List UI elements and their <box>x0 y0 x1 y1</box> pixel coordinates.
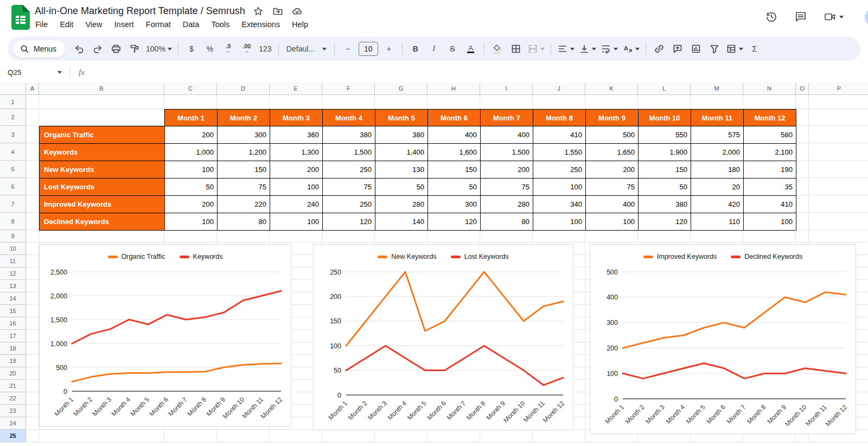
table-cell[interactable]: 100 <box>744 213 796 231</box>
table-cell[interactable]: 80 <box>218 213 270 231</box>
grid-cell-M9[interactable] <box>691 230 743 243</box>
grid-cell-J1[interactable] <box>533 95 585 109</box>
grid-cell-G25[interactable] <box>375 430 427 442</box>
row-header-6[interactable]: 6 <box>0 178 26 195</box>
table-cell[interactable]: 300 <box>218 126 270 144</box>
table-cell[interactable]: 1,500 <box>481 144 533 161</box>
column-header-P[interactable]: P <box>809 82 868 95</box>
insert-link-button[interactable] <box>650 41 668 56</box>
grid-cell-A9[interactable] <box>26 230 39 243</box>
grid-cell-C25[interactable] <box>164 430 217 442</box>
grid-cell-G9[interactable] <box>375 230 427 243</box>
grid-cell-A16[interactable] <box>26 317 39 330</box>
table-cell[interactable]: 380 <box>639 196 691 213</box>
table-cell[interactable]: 1,400 <box>375 144 428 161</box>
grid-cell-A6[interactable] <box>26 178 39 195</box>
document-title[interactable]: All-in-One Marketing Report Template / S… <box>35 5 245 17</box>
row-header-1[interactable]: 1 <box>0 95 26 109</box>
font-size-button[interactable]: 10 <box>359 42 378 56</box>
grid-cell-O8[interactable] <box>796 213 809 230</box>
zoom-button[interactable]: 100% <box>144 41 174 56</box>
grid-cell-J9[interactable] <box>533 230 585 243</box>
row-header-25[interactable]: 25 <box>0 430 26 442</box>
table-cell[interactable]: 300 <box>428 196 481 213</box>
table-cell[interactable]: 100 <box>586 213 639 231</box>
functions-button[interactable]: Σ <box>746 41 763 56</box>
table-cell[interactable]: 75 <box>323 179 375 196</box>
table-cell[interactable]: 200 <box>270 161 323 179</box>
format-currency-button[interactable]: $ <box>183 41 200 56</box>
grid-cell-B25[interactable] <box>39 430 164 442</box>
grid-cell-D1[interactable] <box>217 95 270 109</box>
column-header-M[interactable]: M <box>691 82 743 95</box>
table-month-header[interactable]: Month 4 <box>323 110 375 126</box>
grid-cell-N9[interactable] <box>743 230 796 243</box>
grid-cell-H1[interactable] <box>427 95 480 109</box>
name-box[interactable]: Q25 <box>0 68 66 77</box>
grid-cell-A3[interactable] <box>26 126 39 143</box>
grid-cell-L1[interactable] <box>638 95 691 109</box>
table-cell[interactable]: 410 <box>744 196 796 213</box>
select-all-corner[interactable] <box>0 82 26 95</box>
table-cell[interactable]: 100 <box>270 213 323 231</box>
table-row-label[interactable]: New Keywords <box>40 161 165 179</box>
row-header-19[interactable]: 19 <box>0 355 26 367</box>
table-cell[interactable]: 220 <box>218 196 270 213</box>
row-header-21[interactable]: 21 <box>0 380 26 392</box>
row-header-9[interactable]: 9 <box>0 230 26 243</box>
format-percent-button[interactable]: % <box>201 41 219 56</box>
table-cell[interactable]: 110 <box>691 213 744 231</box>
table-cell[interactable]: 150 <box>639 161 691 179</box>
grid-cell-A2[interactable] <box>26 109 39 126</box>
chart-improved-declined-keywords[interactable]: Improved KeywordsDeclined Keywords010020… <box>590 244 856 434</box>
table-cell[interactable]: 2,000 <box>691 144 744 161</box>
cloud-check-icon[interactable] <box>292 6 303 17</box>
table-cell[interactable]: 180 <box>691 161 744 179</box>
column-header-N[interactable]: N <box>743 82 796 95</box>
grid-cell-C9[interactable] <box>164 230 217 243</box>
strikethrough-button[interactable]: S <box>444 41 461 56</box>
table-cell[interactable]: 150 <box>428 161 481 179</box>
table-cell[interactable]: 280 <box>375 196 428 213</box>
grid-cell-O6[interactable] <box>796 178 809 195</box>
table-cell[interactable]: 400 <box>586 196 639 213</box>
menus-search[interactable]: Menus <box>13 40 65 58</box>
table-cell[interactable]: 50 <box>165 179 218 196</box>
table-cell[interactable]: 50 <box>639 179 691 196</box>
table-cell[interactable]: 250 <box>323 161 375 179</box>
table-month-header[interactable]: Month 1 <box>165 110 218 126</box>
table-cell[interactable]: 120 <box>323 213 375 231</box>
row-header-10[interactable]: 10 <box>0 243 26 255</box>
grid-cell-M1[interactable] <box>691 95 743 109</box>
grid-cell-A12[interactable] <box>26 267 39 280</box>
decrease-font-size-button[interactable]: − <box>339 41 356 56</box>
row-header-12[interactable]: 12 <box>0 267 26 280</box>
table-row-label[interactable]: Lost Keywords <box>40 179 165 196</box>
table-row-label[interactable]: Organic Traffic <box>40 126 165 144</box>
grid-cell-A1[interactable] <box>26 95 39 109</box>
grid-cell-A11[interactable] <box>26 255 39 267</box>
table-cell[interactable]: 1,500 <box>323 144 375 161</box>
column-header-B[interactable]: B <box>39 82 164 95</box>
row-header-8[interactable]: 8 <box>0 213 26 230</box>
text-color-button[interactable]: A <box>462 41 480 56</box>
table-cell[interactable]: 75 <box>481 179 533 196</box>
grid-cell-G1[interactable] <box>375 95 427 109</box>
table-cell[interactable]: 575 <box>691 126 744 144</box>
grid-cell-A13[interactable] <box>26 280 39 292</box>
grid-cell-P1[interactable] <box>809 95 868 109</box>
table-cell[interactable]: 20 <box>691 179 744 196</box>
column-header-H[interactable]: H <box>427 82 480 95</box>
print-button[interactable] <box>107 41 125 56</box>
column-header-C[interactable]: C <box>164 82 217 95</box>
grid-cell-H9[interactable] <box>427 230 480 243</box>
row-header-11[interactable]: 11 <box>0 255 26 267</box>
grid-cell-F9[interactable] <box>322 230 375 243</box>
avatar[interactable] <box>865 9 868 26</box>
grid-cell-A5[interactable] <box>26 161 39 178</box>
column-header-A[interactable]: A <box>26 82 39 95</box>
table-cell[interactable]: 200 <box>165 196 218 213</box>
grid-cell-A4[interactable] <box>26 143 39 161</box>
grid-cell-L9[interactable] <box>638 230 691 243</box>
grid-cell-A7[interactable] <box>26 195 39 213</box>
